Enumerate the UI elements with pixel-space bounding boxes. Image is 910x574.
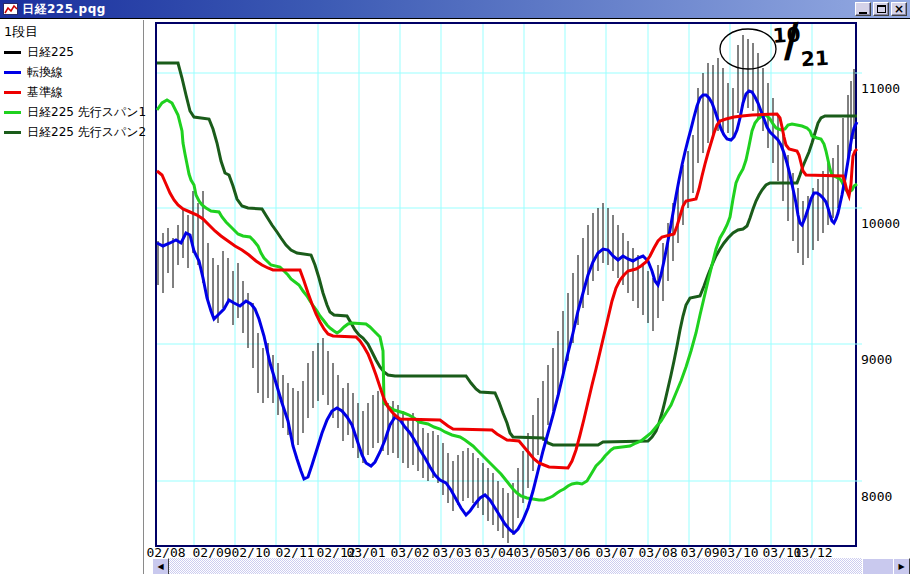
legend-item-2: 基準線 <box>4 82 143 102</box>
scroll-left-button[interactable]: ◀ <box>152 558 169 574</box>
minimize-button[interactable] <box>855 2 871 16</box>
scroll-right-icon: ▶ <box>898 562 904 571</box>
title-bar[interactable]: 日経225.pqg × <box>0 0 910 18</box>
legend-items: 日経225転換線基準線日経225 先行スパン1日経225 先行スパン2 <box>4 42 143 142</box>
maximize-button[interactable] <box>873 2 889 16</box>
legend-label: 転換線 <box>27 64 63 81</box>
x-axis-labels: 02/0802/0902/1002/1102/1203/0103/0203/03… <box>0 545 910 559</box>
legend-item-4: 日経225 先行スパン2 <box>4 122 143 142</box>
legend-item-1: 転換線 <box>4 62 143 82</box>
legend-label: 日経225 先行スパン2 <box>27 124 146 141</box>
close-icon: × <box>894 4 904 14</box>
minimize-icon <box>859 12 867 14</box>
legend-header: 1段目 <box>4 23 143 42</box>
scrollbar-thumb[interactable] <box>862 558 895 574</box>
legend-label: 基準線 <box>27 84 63 101</box>
legend-line-swatch <box>4 91 21 94</box>
plot-border <box>156 23 856 546</box>
y-axis-label: 11000 <box>861 81 900 96</box>
legend-label: 日経225 先行スパン1 <box>27 104 146 121</box>
y-axis-label: 9000 <box>861 352 892 367</box>
window-controls: × <box>855 2 907 16</box>
legend-line-swatch <box>4 111 21 114</box>
chart-plot-area[interactable] <box>155 21 910 561</box>
scroll-right-button[interactable]: ▶ <box>893 558 910 574</box>
window-title: 日経225.pqg <box>22 1 106 18</box>
legend-line-swatch <box>4 51 21 54</box>
legend-item-3: 日経225 先行スパン1 <box>4 102 143 122</box>
window-content: 1段目 日経225転換線基準線日経225 先行スパン1日経225 先行スパン2 … <box>0 18 910 574</box>
legend-label: 日経225 <box>27 44 74 61</box>
maximize-icon <box>877 5 886 13</box>
horizontal-scrollbar[interactable]: ◀ ▶ <box>152 558 910 574</box>
y-axis-label: 8000 <box>861 489 892 504</box>
y-axis-label: 10000 <box>861 216 900 231</box>
scroll-left-icon: ◀ <box>157 562 163 571</box>
legend-panel: 1段目 日経225転換線基準線日経225 先行スパン1日経225 先行スパン2 <box>0 20 144 574</box>
legend-item-0: 日経225 <box>4 42 143 62</box>
window-icon[interactable] <box>3 3 18 15</box>
app-window: { "window": { "title": "日経225.pqg", "but… <box>0 0 910 574</box>
close-button[interactable]: × <box>891 2 907 16</box>
legend-line-swatch <box>4 131 21 134</box>
legend-line-swatch <box>4 71 21 74</box>
